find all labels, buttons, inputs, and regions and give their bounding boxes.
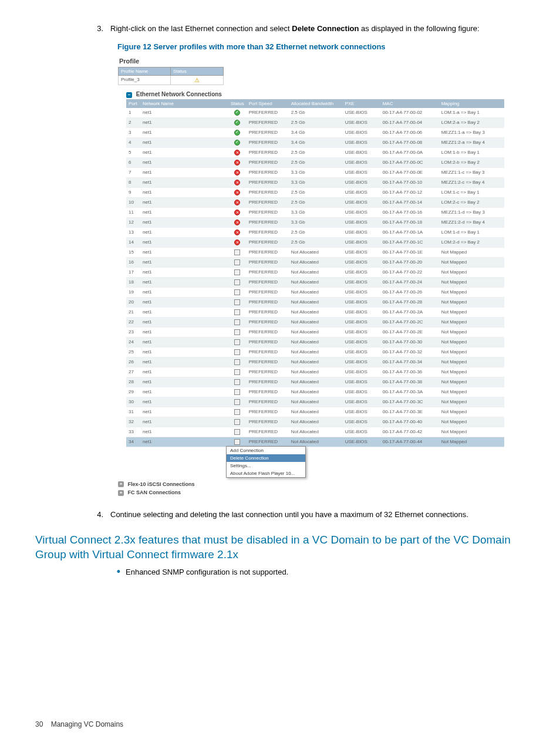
figure-caption: Figure 12 Server profiles with more than… (117, 42, 525, 51)
table-row[interactable]: 8net1PREFERRED3.3 GbUSE-BIOS00-17-A4-77-… (126, 177, 504, 187)
cell-status (228, 207, 247, 217)
cell-bandwidth: Not Allocated (289, 357, 343, 367)
table-row[interactable]: 16net1PREFERREDNot AllocatedUSE-BIOS00-1… (126, 257, 504, 267)
cell-mac: 00-17-A4-77-00-2C (380, 317, 439, 327)
table-row[interactable]: 12net1PREFERRED3.3 GbUSE-BIOS00-17-A4-77… (126, 217, 504, 227)
menu-settings[interactable]: Settings... (227, 462, 305, 470)
table-row[interactable]: 25net1PREFERREDNot AllocatedUSE-BIOS00-1… (126, 347, 504, 357)
cell-pxe: USE-BIOS (343, 287, 380, 297)
step-4-number: 4. (94, 509, 110, 520)
table-row[interactable]: 9net1PREFERRED2.5 GbUSE-BIOS00-17-A4-77-… (126, 187, 504, 197)
cell-mapping: LOM:2-d => Bay 2 (439, 237, 504, 247)
cell-network: net1 (140, 427, 228, 437)
cell-network: net1 (140, 417, 228, 427)
table-row[interactable]: 18net1PREFERREDNot AllocatedUSE-BIOS00-1… (126, 277, 504, 287)
menu-delete-connection[interactable]: Delete Connection (227, 454, 305, 462)
menu-add-connection[interactable]: Add Connection (227, 447, 305, 454)
status-none-icon (234, 419, 240, 425)
cell-port: 30 (126, 397, 140, 407)
table-row[interactable]: 21net1PREFERREDNot AllocatedUSE-BIOS00-1… (126, 307, 504, 317)
table-row[interactable]: 4net1PREFERRED3.4 GbUSE-BIOS00-17-A4-77-… (126, 137, 504, 147)
cell-network: net1 (140, 137, 228, 147)
cell-bandwidth: Not Allocated (289, 417, 343, 427)
cell-mapping: Not Mapped (439, 417, 504, 427)
table-row[interactable]: 28net1PREFERREDNot AllocatedUSE-BIOS00-1… (126, 377, 504, 387)
table-row[interactable]: 3net1PREFERRED3.4 GbUSE-BIOS00-17-A4-77-… (126, 127, 504, 137)
table-row[interactable]: 31net1PREFERREDNot AllocatedUSE-BIOS00-1… (126, 407, 504, 417)
col-network: Network Name (140, 99, 228, 108)
cell-speed: PREFERRED (247, 337, 289, 347)
menu-about-flash[interactable]: About Adobe Flash Player 10... (227, 470, 305, 477)
cell-mapping: Not Mapped (439, 247, 504, 257)
cell-pxe: USE-BIOS (343, 357, 380, 367)
status-error-icon (234, 180, 240, 185)
cell-speed: PREFERRED (247, 367, 289, 377)
cell-mapping: Not Mapped (439, 377, 504, 387)
cell-mapping: Not Mapped (439, 327, 504, 337)
cell-status (228, 347, 247, 357)
table-row[interactable]: 10net1PREFERRED2.5 GbUSE-BIOS00-17-A4-77… (126, 197, 504, 207)
cell-status (228, 337, 247, 347)
table-row[interactable]: 1net1PREFERRED2.5 GbUSE-BIOS00-17-A4-77-… (126, 108, 504, 118)
table-row[interactable]: 13net1PREFERRED2.5 GbUSE-BIOS00-17-A4-77… (126, 227, 504, 237)
cell-port: 28 (126, 377, 140, 387)
table-row[interactable]: 22net1PREFERREDNot AllocatedUSE-BIOS00-1… (126, 317, 504, 327)
status-none-icon (234, 409, 240, 415)
table-row[interactable]: 17net1PREFERREDNot AllocatedUSE-BIOS00-1… (126, 267, 504, 277)
cell-bandwidth: 2.5 Gb (289, 237, 343, 247)
cell-port: 17 (126, 267, 140, 277)
cell-pxe: USE-BIOS (343, 367, 380, 377)
cell-speed: PREFERRED (247, 327, 289, 337)
cell-pxe: USE-BIOS (343, 207, 380, 217)
table-row[interactable]: 29net1PREFERREDNot AllocatedUSE-BIOS00-1… (126, 387, 504, 397)
cell-speed: PREFERRED (247, 317, 289, 327)
table-row[interactable]: 33net1PREFERREDNot AllocatedUSE-BIOS00-1… (126, 427, 504, 437)
table-row[interactable]: 24net1PREFERREDNot AllocatedUSE-BIOS00-1… (126, 337, 504, 347)
table-row[interactable]: 34net1PREFERREDNot AllocatedUSE-BIOS00-1… (126, 437, 504, 447)
cell-network: net1 (140, 437, 228, 447)
cell-pxe: USE-BIOS (343, 137, 380, 147)
status-error-icon (234, 190, 240, 195)
table-row[interactable]: 14net1PREFERRED2.5 GbUSE-BIOS00-17-A4-77… (126, 237, 504, 247)
table-row[interactable]: 23net1PREFERREDNot AllocatedUSE-BIOS00-1… (126, 327, 504, 337)
cell-port: 27 (126, 367, 140, 377)
cell-status (228, 217, 247, 227)
collapse-icon[interactable]: + (118, 490, 124, 496)
cell-bandwidth: 3.4 Gb (289, 137, 343, 147)
cell-bandwidth: Not Allocated (289, 277, 343, 287)
cell-network: net1 (140, 237, 228, 247)
table-row[interactable]: 15net1PREFERREDNot AllocatedUSE-BIOS00-1… (126, 247, 504, 257)
table-row[interactable]: 11net1PREFERRED3.3 GbUSE-BIOS00-17-A4-77… (126, 207, 504, 217)
table-row[interactable]: 20net1PREFERREDNot AllocatedUSE-BIOS00-1… (126, 297, 504, 307)
cell-mapping: Not Mapped (439, 347, 504, 357)
table-row[interactable]: 2net1PREFERRED2.5 GbUSE-BIOS00-17-A4-77-… (126, 117, 504, 127)
collapse-icon[interactable]: + (118, 481, 124, 487)
table-row[interactable]: 6net1PREFERRED2.5 GbUSE-BIOS00-17-A4-77-… (126, 157, 504, 167)
table-row[interactable]: 5net1PREFERRED2.5 GbUSE-BIOS00-17-A4-77-… (126, 147, 504, 157)
cell-speed: PREFERRED (247, 207, 289, 217)
table-row[interactable]: 26net1PREFERREDNot AllocatedUSE-BIOS00-1… (126, 357, 504, 367)
cell-network: net1 (140, 397, 228, 407)
table-row[interactable]: 32net1PREFERREDNot AllocatedUSE-BIOS00-1… (126, 417, 504, 427)
cell-port: 19 (126, 287, 140, 297)
cell-bandwidth: Not Allocated (289, 247, 343, 257)
table-row[interactable]: 19net1PREFERREDNot AllocatedUSE-BIOS00-1… (126, 287, 504, 297)
cell-status (228, 287, 247, 297)
cell-network: net1 (140, 297, 228, 307)
cell-mapping: MEZZ1:1-c => Bay 3 (439, 167, 504, 177)
cell-status (228, 417, 247, 427)
cell-mac: 00-17-A4-77-00-1C (380, 237, 439, 247)
status-none-icon (234, 299, 240, 305)
table-row[interactable]: 7net1PREFERRED3.3 GbUSE-BIOS00-17-A4-77-… (126, 167, 504, 177)
cell-speed: PREFERRED (247, 287, 289, 297)
cell-mac: 00-17-A4-77-00-16 (380, 207, 439, 217)
cell-status (228, 357, 247, 367)
cell-speed: PREFERRED (247, 427, 289, 437)
table-row[interactable]: 30net1PREFERREDNot AllocatedUSE-BIOS00-1… (126, 397, 504, 407)
expand-icon[interactable]: − (126, 92, 132, 98)
col-pxe: PXE (343, 99, 380, 108)
cell-pxe: USE-BIOS (343, 227, 380, 237)
cell-bandwidth: 2.5 Gb (289, 197, 343, 207)
cell-port: 18 (126, 277, 140, 287)
table-row[interactable]: 27net1PREFERREDNot AllocatedUSE-BIOS00-1… (126, 367, 504, 377)
